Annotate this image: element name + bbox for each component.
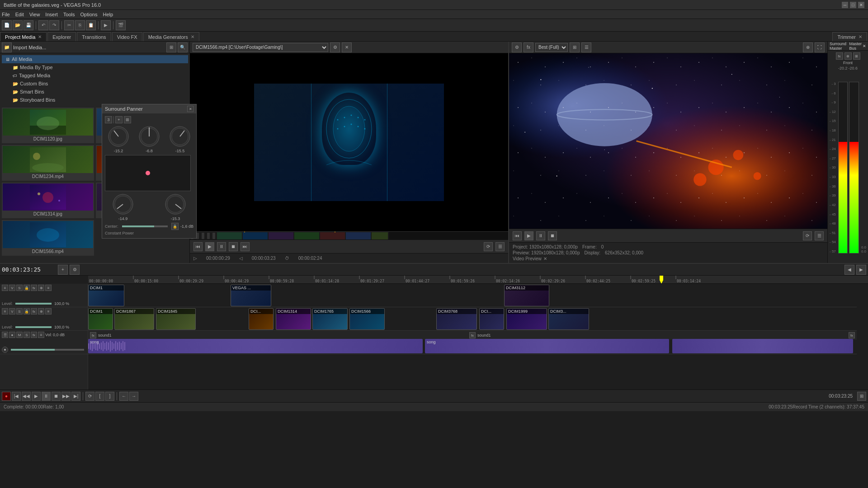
right-play-button[interactable]: ▶: [524, 231, 533, 240]
master-close-button[interactable]: ✕: [863, 44, 866, 48]
track1-fx[interactable]: fx: [31, 285, 37, 291]
audio-clip-3[interactable]: [672, 339, 853, 353]
tree-all-media[interactable]: 🖥 All Media: [2, 55, 188, 63]
menu-tools[interactable]: Tools: [63, 12, 75, 17]
track3-expand[interactable]: ☰: [2, 332, 8, 338]
left-rewind-button[interactable]: ⏮: [193, 242, 203, 251]
transport-stop[interactable]: ⏹: [52, 392, 61, 401]
speaker-left-knob[interactable]: [107, 125, 130, 148]
clip-dcim1845[interactable]: DCIM1845: [156, 308, 196, 330]
clip-dcim1314[interactable]: DCIM1314: [276, 308, 311, 330]
menu-insert[interactable]: Insert: [45, 12, 58, 17]
clip-dcim1-v1[interactable]: DCIM1: [88, 285, 124, 306]
left-loop-button[interactable]: ⟳: [484, 242, 493, 251]
right-monitor-fullscreen[interactable]: ⛶: [815, 42, 825, 52]
left-pause-button[interactable]: ⏸: [217, 242, 226, 251]
left-forward-button[interactable]: ⏭: [241, 242, 250, 251]
menu-options[interactable]: Options: [80, 12, 98, 17]
transport-fast-forward[interactable]: ▶▶: [61, 392, 71, 401]
tab-project-media-close[interactable]: ✕: [38, 34, 42, 39]
track1-solo[interactable]: S: [16, 285, 23, 291]
transport-out-mark[interactable]: ]: [105, 392, 114, 401]
tree-media-by-type[interactable]: 📁 Media By Type: [2, 63, 188, 71]
open-button[interactable]: 📂: [13, 20, 23, 30]
transport-play[interactable]: ▶: [32, 392, 41, 401]
close-button[interactable]: ✕: [858, 2, 864, 8]
tree-tagged-media[interactable]: 🏷 Tagged Media: [2, 71, 188, 80]
clip-dcim1-v2[interactable]: DCIM1: [88, 308, 113, 330]
track2-fx[interactable]: fx: [31, 308, 37, 314]
left-monitor-close[interactable]: ✕: [342, 42, 352, 52]
tab-transitions[interactable]: Transitions: [77, 32, 111, 41]
audio-fx-btn3[interactable]: fx: [849, 332, 855, 338]
left-monitor-source-dropdown[interactable]: DCIM1566.mp4 [C:\User\Footage\Gaming\]: [193, 43, 328, 52]
right-stop-button[interactable]: ⏹: [548, 231, 557, 240]
speaker-center-knob[interactable]: [138, 125, 160, 148]
left-menu-button[interactable]: ☰: [495, 242, 505, 251]
center-lock-btn[interactable]: 🔒: [171, 223, 179, 230]
redo-button[interactable]: ↷: [49, 20, 59, 30]
track3-solo[interactable]: S: [24, 332, 30, 338]
track1-mute[interactable]: V: [9, 285, 15, 291]
transport-rewind[interactable]: ◀◀: [22, 392, 31, 401]
copy-button[interactable]: ⎘: [75, 20, 85, 30]
timeline-scroll-right[interactable]: ▶: [856, 265, 866, 275]
video-preview-close[interactable]: ✕: [543, 256, 547, 261]
undo-button[interactable]: ↶: [38, 20, 48, 30]
transport-options[interactable]: ⊞: [857, 392, 866, 401]
clip-dcim1867[interactable]: DCIM1867: [114, 308, 154, 330]
track2-expand[interactable]: ≡: [2, 308, 8, 314]
render-button[interactable]: 🎬: [116, 20, 126, 30]
media-item-dcim1314[interactable]: DCIM1314.jpg: [2, 183, 94, 218]
audio-fx-btn1[interactable]: fx: [90, 332, 96, 338]
master-btn3[interactable]: ⊞: [853, 52, 860, 60]
master-btn2[interactable]: ⊕: [844, 52, 852, 60]
surround-panning-area[interactable]: [105, 155, 191, 191]
right-monitor-view[interactable]: ⊞: [570, 42, 580, 52]
audio-fx-btn2[interactable]: fx: [469, 332, 476, 338]
right-monitor-fx[interactable]: fx: [524, 42, 533, 52]
track3-settings[interactable]: ≡: [38, 332, 44, 338]
right-pause-button[interactable]: ⏸: [536, 231, 545, 240]
menu-file[interactable]: File: [2, 12, 10, 17]
media-search-button[interactable]: 🔍: [178, 42, 188, 52]
track3-pan-knob[interactable]: [2, 347, 8, 353]
track1-level-slider[interactable]: [15, 303, 52, 305]
tab-video-fx[interactable]: Video FX: [112, 32, 142, 41]
track2-mute[interactable]: V: [9, 308, 15, 314]
media-item-dcim1566[interactable]: DCIM1566.mp4: [2, 220, 94, 256]
transport-step-fwd[interactable]: →: [129, 392, 138, 401]
tree-storyboard-bins[interactable]: 📂 Storyboard Bins: [2, 96, 188, 104]
menu-edit[interactable]: Edit: [15, 12, 24, 17]
clip-dci1[interactable]: DCI...: [249, 308, 274, 330]
maximize-button[interactable]: □: [850, 2, 856, 8]
track2-lock[interactable]: 🔒: [24, 308, 30, 314]
tab-trimmer-close[interactable]: ✕: [859, 34, 862, 39]
master-btn1[interactable]: fx: [836, 52, 843, 60]
track1-expand[interactable]: ≡: [2, 285, 8, 291]
speaker-right-back-knob[interactable]: [164, 193, 187, 216]
clip-dcim1999[interactable]: DCIM1999: [506, 308, 547, 330]
tree-smart-bins[interactable]: 📂 Smart Bins: [2, 88, 188, 96]
track2-solo[interactable]: S: [16, 308, 23, 314]
transport-step-back[interactable]: ←: [119, 392, 128, 401]
tab-explorer[interactable]: Explorer: [47, 32, 76, 41]
track3-fx[interactable]: fx: [31, 332, 37, 338]
right-menu-button[interactable]: ☰: [815, 231, 824, 240]
media-item-dcim1120[interactable]: DCIM1120.jpg: [2, 108, 94, 143]
transport-next-frame[interactable]: ▶|: [71, 392, 80, 401]
transport-prev-frame[interactable]: |◀: [12, 392, 21, 401]
timeline-add-track[interactable]: +: [58, 265, 68, 275]
import-media-button[interactable]: 📁: [2, 42, 12, 52]
track1-settings[interactable]: ≡: [45, 285, 52, 291]
track3-mute[interactable]: M: [16, 332, 23, 338]
tree-custom-bins[interactable]: 📂 Custom Bins: [2, 80, 188, 88]
save-button[interactable]: 💾: [24, 20, 33, 30]
right-loop-button[interactable]: ⟳: [803, 231, 812, 240]
surround-panner-close[interactable]: ✕: [187, 106, 193, 112]
menu-help[interactable]: Help: [103, 12, 113, 17]
transport-in-mark[interactable]: [: [95, 392, 104, 401]
minimize-button[interactable]: ─: [842, 2, 848, 8]
transport-record[interactable]: ●: [2, 392, 11, 401]
right-monitor-menu[interactable]: ☰: [581, 42, 591, 52]
